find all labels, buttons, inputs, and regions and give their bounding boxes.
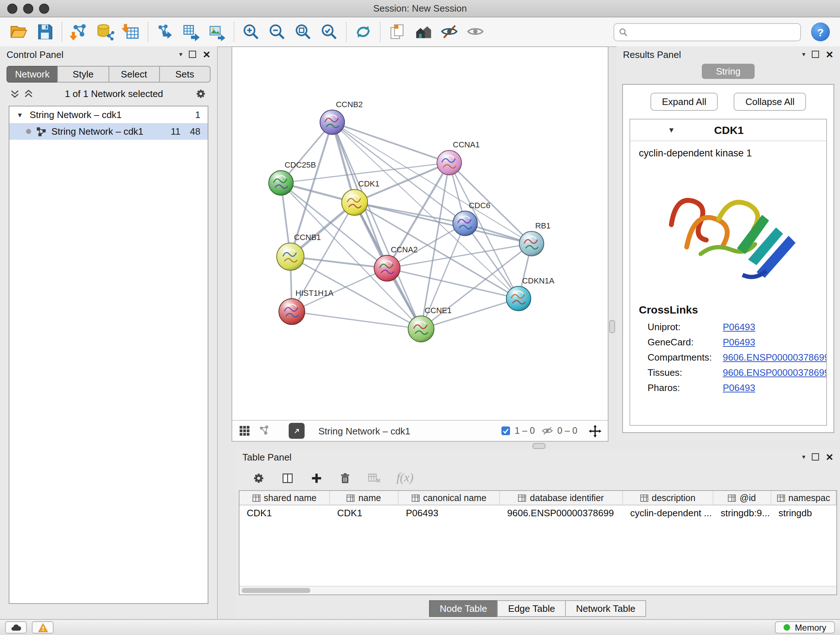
save-session-button[interactable] — [32, 19, 58, 44]
crosslink-link[interactable]: P06493 — [723, 337, 755, 348]
collection-caret-icon[interactable]: ▼ — [17, 111, 25, 119]
show-all-button[interactable] — [462, 19, 488, 44]
network-canvas[interactable]: CCNB2CCNA1CDC25BCDK1CDC6RB1CCNB1CCNA2CDK… — [232, 47, 608, 420]
export-table-icon — [182, 22, 201, 41]
float-panel-icon[interactable] — [189, 51, 196, 58]
crosslink-link[interactable]: 9606.ENSP00000378699 — [723, 367, 827, 378]
column-header-shared-name[interactable]: shared name — [240, 491, 330, 505]
horizontal-scrollbar[interactable] — [240, 586, 836, 594]
network-node-CDK1[interactable]: CDK1 — [341, 179, 379, 215]
zoom-out-button[interactable] — [264, 19, 290, 44]
network-node-HIST1H1A[interactable]: HIST1H1A — [279, 288, 333, 325]
close-panel-icon[interactable]: ✕ — [826, 50, 834, 59]
checkbox-icon[interactable] — [501, 426, 511, 436]
horizontal-splitter-handle[interactable] — [532, 443, 546, 449]
protein-card-header[interactable]: ▼ CDK1 — [630, 119, 826, 141]
collapse-section-icon[interactable]: ▼ — [668, 126, 675, 134]
birds-eye-view-icon[interactable] — [238, 424, 251, 437]
panel-menu-icon[interactable]: ▾ — [802, 453, 805, 461]
control-panel-tab-style[interactable]: Style — [57, 66, 109, 82]
show-columns-icon[interactable] — [281, 471, 294, 485]
expand-all-button[interactable]: Expand All — [651, 93, 718, 111]
search-input[interactable] — [632, 26, 796, 38]
refresh-view-button[interactable] — [350, 19, 376, 44]
zoom-selected-button[interactable] — [316, 19, 342, 44]
crosslink-link[interactable]: P06493 — [723, 382, 755, 393]
help-button[interactable]: ? — [811, 22, 830, 41]
pan-tool-icon[interactable] — [588, 424, 602, 438]
home-button[interactable] — [410, 19, 436, 44]
network-row[interactable]: String Network – cdk11148 — [9, 123, 208, 140]
network-node-CDC6[interactable]: CDC6 — [453, 201, 491, 236]
collapse-all-icon[interactable] — [10, 89, 19, 98]
maximize-window-button[interactable] — [39, 3, 49, 13]
hidden-eye-icon[interactable] — [541, 426, 554, 436]
network-overview-icon[interactable] — [257, 424, 271, 437]
import-network-from-file-button[interactable] — [66, 19, 92, 44]
gear-icon[interactable] — [252, 471, 265, 485]
export-network-button[interactable] — [152, 19, 178, 44]
table-cell: stringdb — [771, 505, 836, 520]
close-panel-icon[interactable]: ✕ — [202, 50, 210, 59]
network-node-CCNE1[interactable]: CCNE1 — [408, 306, 452, 342]
close-window-button[interactable] — [7, 3, 17, 13]
crosslink-link[interactable]: 9606.ENSP00000378699 — [723, 352, 827, 363]
control-panel-tab-select[interactable]: Select — [108, 66, 160, 82]
network-node-CCNB2[interactable]: CCNB2 — [320, 100, 363, 135]
zoom-in-button[interactable] — [238, 19, 264, 44]
node-label-CCNB1: CCNB1 — [294, 233, 321, 242]
tab-network-table[interactable]: Network Table — [565, 600, 646, 617]
memory-button[interactable]: Memory — [775, 621, 835, 633]
gear-icon[interactable] — [195, 88, 207, 100]
table-cell: P06493 — [399, 505, 500, 520]
vertical-splitter-handle[interactable] — [609, 320, 615, 333]
tab-edge-table[interactable]: Edge Table — [497, 600, 566, 617]
open-in-new-window-button[interactable] — [289, 423, 305, 439]
column-header-canonical-name[interactable]: canonical name — [399, 491, 500, 505]
open-session-button[interactable] — [6, 19, 32, 44]
crosslink-link[interactable]: P06493 — [723, 321, 755, 333]
column-header-name[interactable]: name — [330, 491, 399, 505]
network-node-RB1[interactable]: RB1 — [519, 221, 551, 256]
function-builder-icon[interactable]: f(x) — [396, 470, 414, 485]
node-label-CCNA2: CCNA2 — [391, 245, 417, 254]
column-type-icon — [777, 494, 785, 501]
copy-document-button[interactable] — [384, 19, 410, 44]
collapse-all-button[interactable]: Collapse All — [734, 93, 806, 111]
column-header--id[interactable]: @id — [714, 491, 771, 505]
add-column-icon[interactable] — [309, 471, 324, 485]
float-panel-icon[interactable] — [812, 453, 819, 461]
import-network-from-database-button[interactable] — [92, 19, 118, 44]
column-header-description[interactable]: description — [623, 491, 714, 505]
close-panel-icon[interactable]: ✕ — [826, 452, 834, 462]
control-panel-tab-sets[interactable]: Sets — [159, 66, 211, 82]
control-panel-tab-network[interactable]: Network — [6, 66, 58, 82]
delete-table-icon[interactable] — [367, 471, 381, 485]
warnings-button[interactable] — [32, 621, 54, 633]
column-header-namespac[interactable]: namespac — [771, 491, 836, 505]
hide-selection-button[interactable] — [436, 19, 462, 44]
column-header-database-identifier[interactable]: database identifier — [500, 491, 623, 505]
table-row[interactable]: CDK1CDK1P064939606.ENSP00000378699cyclin… — [240, 505, 836, 520]
import-table-from-file-button[interactable] — [118, 19, 144, 44]
save-floppy-icon — [35, 22, 54, 41]
tab-node-table[interactable]: Node Table — [429, 600, 498, 617]
export-image-button[interactable] — [204, 19, 230, 44]
delete-icon[interactable] — [339, 471, 352, 485]
export-table-button[interactable] — [178, 19, 204, 44]
minimize-window-button[interactable] — [23, 3, 33, 13]
network-collection-row[interactable]: ▼String Network – cdk11 — [9, 106, 208, 123]
network-node-CCNA1[interactable]: CCNA1 — [437, 140, 480, 175]
network-view-title: String Network – cdk1 — [318, 425, 410, 436]
tab-string[interactable]: String — [701, 64, 755, 79]
expand-all-icon[interactable] — [24, 89, 33, 98]
panel-menu-icon[interactable]: ▾ — [802, 51, 805, 58]
panel-menu-icon[interactable]: ▾ — [179, 51, 182, 58]
network-node-CDKN1A[interactable]: CDKN1A — [507, 276, 554, 311]
cloud-status-button[interactable] — [5, 621, 27, 633]
zoom-fit-button[interactable] — [290, 19, 316, 44]
network-node-CCNB1[interactable]: CCNB1 — [277, 233, 321, 271]
scrollbar-thumb[interactable] — [242, 588, 310, 593]
float-panel-icon[interactable] — [812, 51, 819, 58]
table-cell: stringdb:9... — [714, 505, 771, 520]
